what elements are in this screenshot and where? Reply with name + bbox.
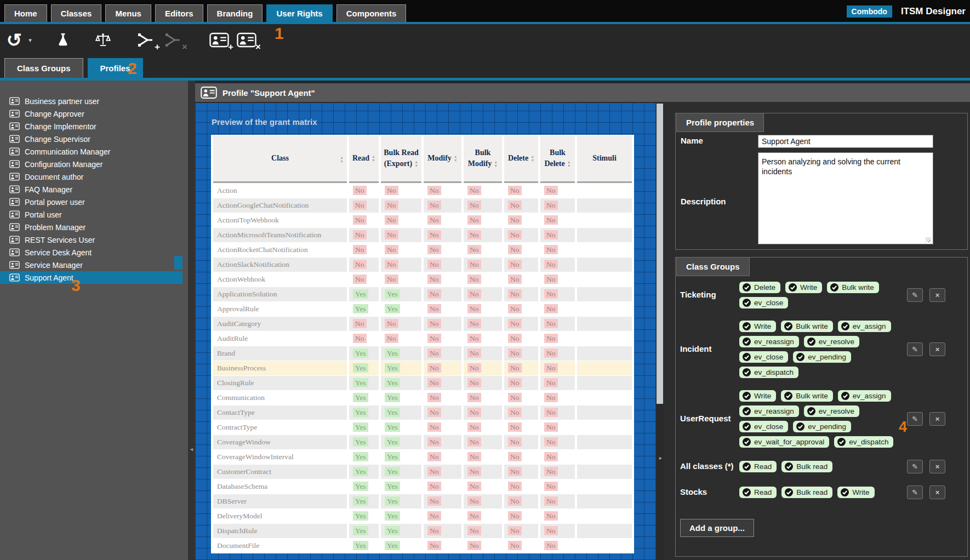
grant-cell: Yes bbox=[349, 539, 379, 553]
nav-tab-classes[interactable]: Classes bbox=[51, 4, 102, 22]
profile-list-item[interactable]: Business partner user bbox=[0, 95, 182, 107]
column-header-modify[interactable]: Modify▲▼ bbox=[424, 135, 461, 183]
profile-list-item[interactable]: Change Approver bbox=[0, 107, 182, 120]
column-header-delete[interactable]: Delete▲▼ bbox=[504, 135, 538, 183]
column-header-bulk-read-export-[interactable]: Bulk Read (Export)▲▼ bbox=[381, 135, 421, 183]
stimuli-cell bbox=[577, 494, 632, 508]
column-header-class[interactable]: Class▲▼ bbox=[213, 135, 347, 183]
collapse-right-icon[interactable]: ► bbox=[658, 455, 663, 461]
profile-list-item[interactable]: Communication Manager bbox=[0, 145, 182, 158]
grant-cell: No bbox=[464, 302, 502, 316]
grant-value: No bbox=[427, 422, 441, 432]
stimuli-cell bbox=[577, 391, 632, 405]
delete-branch-button[interactable]: × bbox=[162, 28, 185, 52]
grant-value: Yes bbox=[353, 378, 368, 387]
nav-tab-menus[interactable]: Menus bbox=[105, 4, 151, 22]
test-model-button[interactable] bbox=[53, 28, 73, 52]
edit-group-button[interactable]: ✎ bbox=[907, 485, 923, 499]
profile-name: Service Desk Agent bbox=[25, 248, 92, 257]
profile-card-icon bbox=[9, 147, 20, 156]
remove-group-button[interactable]: × bbox=[929, 342, 945, 356]
profile-list-item[interactable]: Support Agent bbox=[0, 271, 182, 284]
sidebar-scrollbar-thumb[interactable] bbox=[174, 256, 182, 270]
remove-group-button[interactable]: × bbox=[929, 485, 945, 499]
class-cell: ActionRocketChatNotification bbox=[213, 243, 347, 257]
profile-list-item[interactable]: Configuration Manager bbox=[0, 158, 182, 170]
check-icon bbox=[743, 392, 751, 400]
profile-list-item[interactable]: Service Desk Agent bbox=[0, 246, 182, 259]
add-group-button[interactable]: Add a group... bbox=[680, 519, 754, 537]
sort-icon[interactable]: ▲▼ bbox=[340, 156, 344, 164]
sort-icon[interactable]: ▲▼ bbox=[567, 161, 571, 168]
sort-icon[interactable]: ▲▼ bbox=[414, 161, 418, 168]
edit-group-button[interactable]: ✎ bbox=[907, 288, 923, 302]
grant-value: Yes bbox=[385, 511, 400, 521]
badge-label: Bulk write bbox=[796, 322, 828, 330]
edit-group-button[interactable]: ✎ bbox=[907, 412, 923, 426]
grant-value: No bbox=[467, 186, 481, 195]
profile-list-item[interactable]: Document author bbox=[0, 170, 182, 183]
nav-tab-branding[interactable]: Branding bbox=[207, 4, 263, 22]
profile-list-item[interactable]: Problem Manager bbox=[0, 221, 182, 233]
column-header-bulk-modify[interactable]: Bulk Modify▲▼ bbox=[464, 135, 502, 183]
profile-list-item[interactable]: Service Manager bbox=[0, 259, 182, 271]
permission-badge: ev_assign bbox=[838, 390, 891, 402]
permission-badge: ev_reassign bbox=[739, 336, 799, 347]
sort-icon[interactable]: ▲▼ bbox=[530, 155, 534, 163]
profile-list-item[interactable]: Portal power user bbox=[0, 196, 182, 208]
badge-label: ev_reassign bbox=[754, 407, 794, 415]
compare-button[interactable] bbox=[92, 28, 114, 52]
permission-badge: Bulk write bbox=[781, 390, 833, 402]
profile-list-item[interactable]: Change Implementor bbox=[0, 120, 182, 133]
nav-tab-components[interactable]: Components bbox=[336, 4, 407, 22]
panel-splitter[interactable]: ◄ bbox=[188, 81, 195, 560]
sort-icon[interactable]: ▲▼ bbox=[494, 161, 498, 168]
description-field[interactable]: Person analyzing and solving the current… bbox=[758, 152, 933, 244]
permission-badge: Bulk read bbox=[781, 461, 832, 472]
nav-tab-user-rights[interactable]: User Rights bbox=[266, 4, 332, 22]
grant-cell: No bbox=[464, 391, 502, 405]
nav-tab-home[interactable]: Home bbox=[4, 4, 47, 22]
nav-tab-editors[interactable]: Editors bbox=[155, 4, 203, 22]
undo-button[interactable]: ↺ bbox=[4, 28, 24, 52]
profile-list-item[interactable]: REST Services User bbox=[0, 233, 182, 246]
profile-list-item[interactable]: FAQ Manager bbox=[0, 183, 182, 196]
profile-list-item[interactable]: Change Supervisor bbox=[0, 133, 182, 145]
remove-group-button[interactable]: × bbox=[929, 460, 945, 473]
add-branch-button[interactable]: + bbox=[135, 28, 158, 52]
grant-cell: Yes bbox=[381, 391, 421, 405]
class-group-actions: ✎× bbox=[907, 485, 945, 499]
delete-profile-button[interactable]: × bbox=[235, 28, 259, 52]
grant-cell: Yes bbox=[381, 405, 421, 420]
profile-list-item[interactable]: Portal user bbox=[0, 208, 182, 221]
grant-value: No bbox=[508, 245, 522, 254]
matrix-scrollbar[interactable] bbox=[656, 103, 664, 560]
column-header-bulk-delete[interactable]: Bulk Delete▲▼ bbox=[540, 135, 575, 183]
badge-label: ev_dispatch bbox=[754, 368, 794, 376]
edit-group-button[interactable]: ✎ bbox=[907, 342, 923, 356]
badge-label: ev_wait_for_approval bbox=[754, 438, 824, 446]
sort-icon[interactable]: ▲▼ bbox=[454, 155, 458, 163]
tab-class-groups[interactable]: Class Groups bbox=[4, 58, 83, 78]
remove-group-button[interactable]: × bbox=[929, 412, 945, 426]
textarea-resize-grip[interactable] bbox=[926, 237, 931, 242]
add-profile-button[interactable]: + bbox=[207, 28, 231, 52]
grant-value: No bbox=[544, 334, 558, 343]
undo-dropdown-button[interactable]: ▾ bbox=[26, 28, 34, 52]
badge-line: ev_reassignev_resolve bbox=[739, 336, 906, 347]
stimuli-cell bbox=[577, 228, 632, 242]
grant-cell: Yes bbox=[381, 302, 421, 316]
profile-card-icon bbox=[9, 173, 20, 181]
column-header-read[interactable]: Read▲▼ bbox=[349, 135, 379, 183]
grant-cell: No bbox=[464, 258, 502, 272]
name-field[interactable] bbox=[758, 135, 933, 148]
close-icon: × bbox=[935, 291, 940, 299]
collapse-left-icon[interactable]: ◄ bbox=[189, 447, 194, 452]
grant-value: No bbox=[467, 260, 481, 269]
sort-icon[interactable]: ▲▼ bbox=[372, 155, 375, 163]
remove-group-button[interactable]: × bbox=[929, 288, 945, 302]
grant-value: No bbox=[427, 437, 441, 447]
grant-cell: No bbox=[381, 184, 421, 198]
matrix-scrollbar-thumb[interactable] bbox=[657, 104, 663, 404]
edit-group-button[interactable]: ✎ bbox=[907, 460, 923, 473]
